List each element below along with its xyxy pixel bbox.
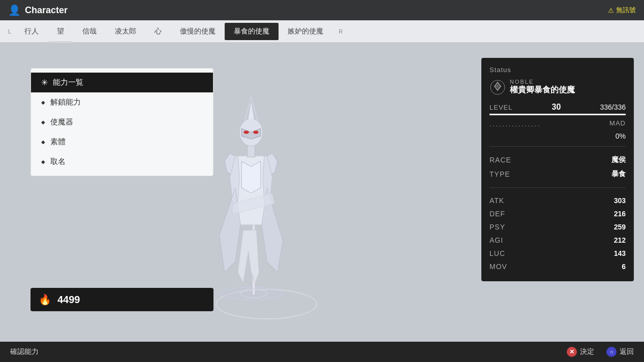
mov-value: 6 (622, 262, 626, 271)
diamond-icon-2: ◆ (41, 119, 45, 125)
status-section-label: Status (489, 66, 626, 74)
luc-row: LUC 143 (489, 247, 626, 260)
atk-value: 303 (614, 196, 626, 205)
svg-point-7 (253, 130, 258, 134)
confirm-button[interactable]: ✕ 決定 (567, 347, 594, 357)
back-icon: ○ (606, 347, 617, 357)
def-row: DEF 216 (489, 207, 626, 220)
main-content: ✳ 能力一覧 ◆ 解鎖能力 ◆ 使魔器 ◆ 素體 ◆ 取名 (0, 43, 644, 342)
tab-bar: L 行人 望 BUDDY 信哉 凌太郎 心 傲慢的使魔 暴食的使魔 嫉妒的使魔 … (0, 20, 644, 43)
mov-row: MOV 6 (489, 260, 626, 273)
character-icon: 👤 (8, 4, 21, 16)
tab-pride-demon[interactable]: 傲慢的使魔 (171, 23, 225, 40)
type-row: TYPE 暴食 (489, 167, 626, 181)
exp-display: 336/336 (600, 103, 626, 111)
agi-row: AGI 212 (489, 234, 626, 247)
psy-row: PSY 259 (489, 220, 626, 234)
currency-icon: 🔥 (39, 293, 51, 306)
warning-icon: ⚠ (608, 7, 614, 14)
exp-dots: ................ (489, 121, 541, 128)
noble-label: NOBLE (510, 79, 575, 85)
type-value: 暴食 (611, 170, 626, 179)
svg-point-6 (243, 130, 249, 134)
def-value: 216 (614, 210, 626, 218)
tab-nobutada[interactable]: 信哉 (73, 23, 106, 40)
level-row: LEVEL 30 336/336 (489, 103, 626, 112)
race-row: RACE 魔侯 (489, 153, 626, 167)
level-label: LEVEL (489, 104, 512, 111)
divider-1 (489, 146, 626, 147)
tab-prev-btn[interactable]: L (4, 26, 15, 37)
confirm-ability-btn[interactable]: 確認能力 (10, 347, 39, 356)
mov-label: MOV (489, 262, 507, 271)
character-svg (180, 50, 322, 304)
exp-bar (489, 114, 626, 115)
tab-nozomi[interactable]: 望 BUDDY (48, 23, 73, 40)
atk-row: ATK 303 (489, 194, 626, 207)
tab-envy-demon[interactable]: 嫉妒的使魔 (279, 23, 332, 40)
page-title: Character (25, 5, 68, 16)
confirm-label: 決定 (580, 347, 594, 356)
tab-next-btn[interactable]: R (334, 26, 347, 37)
back-label: 返回 (620, 347, 634, 356)
currency-value: 4499 (57, 294, 80, 306)
mad-row: MAD (609, 119, 626, 127)
agi-value: 212 (614, 236, 626, 244)
tab-ryotaro[interactable]: 凌太郎 (106, 23, 145, 40)
currency-bar: 🔥 4499 (30, 288, 213, 311)
noble-badge: NOBLE 權貴卿暴食的使魔 (489, 79, 626, 95)
tab-gyojin[interactable]: 行人 (15, 23, 48, 40)
level-value: 30 (552, 103, 561, 112)
top-bar: 👤 Character ⚠ 無訊號 (0, 0, 644, 20)
luc-label: LUC (489, 249, 505, 257)
noble-icon (489, 79, 506, 95)
status-panel: Status NOBLE 權貴卿暴食的使魔 LEVEL 30 336/336 (481, 58, 634, 281)
psy-value: 259 (614, 223, 626, 231)
type-label: TYPE (489, 170, 510, 178)
diamond-icon-4: ◆ (41, 159, 45, 164)
race-label: RACE (489, 156, 511, 164)
agi-label: AGI (489, 236, 503, 244)
psy-label: PSY (489, 223, 505, 231)
mad-label: MAD (609, 119, 626, 127)
confirm-icon: ✕ (567, 347, 577, 357)
notice-area: ⚠ 無訊號 (608, 6, 636, 15)
tab-kokoro[interactable]: 心 (145, 23, 171, 40)
exp-bar-fill (489, 114, 626, 115)
back-button[interactable]: ○ 返回 (606, 347, 634, 357)
bottom-right-actions: ✕ 決定 ○ 返回 (567, 347, 634, 357)
notice-text: 無訊號 (616, 6, 636, 15)
tab-gluttony-demon[interactable]: 暴食的使魔 (225, 23, 279, 40)
divider-2 (489, 187, 626, 188)
def-label: DEF (489, 210, 505, 218)
mad-value: 0% (616, 132, 626, 140)
luc-value: 143 (614, 249, 626, 257)
character-name: 權貴卿暴食的使魔 (510, 85, 575, 95)
atk-label: ATK (489, 196, 504, 205)
diamond-icon-1: ◆ (41, 100, 45, 105)
diamond-icon-3: ◆ (41, 139, 45, 145)
race-value: 魔侯 (611, 155, 626, 164)
bottom-bar: 確認能力 ✕ 決定 ○ 返回 (0, 342, 644, 362)
asterisk-icon: ✳ (41, 78, 48, 87)
